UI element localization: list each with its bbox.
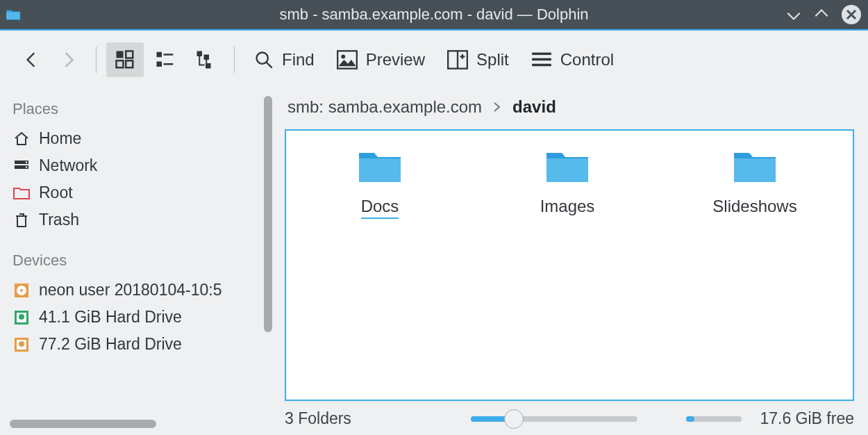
folder-icon bbox=[358, 147, 402, 188]
toolbar: Find Preview Split Control bbox=[0, 31, 868, 89]
svg-rect-9 bbox=[164, 63, 174, 65]
preview-button[interactable]: Preview bbox=[327, 42, 435, 77]
sidebar-item-device[interactable]: neon user 20180104-10:5 bbox=[0, 277, 264, 304]
window-controls bbox=[785, 3, 862, 26]
breadcrumb-current[interactable]: david bbox=[512, 97, 556, 117]
sidebar-item-root[interactable]: Root bbox=[0, 179, 264, 206]
folder-item[interactable]: Docs bbox=[328, 147, 432, 219]
window-title: smb - samba.example.com - david — Dolphi… bbox=[0, 6, 868, 24]
find-label: Find bbox=[282, 50, 315, 69]
svg-line-14 bbox=[267, 63, 272, 68]
maximize-icon[interactable] bbox=[812, 6, 831, 24]
sidebar-item-label: 41.1 GiB Hard Drive bbox=[39, 308, 182, 327]
svg-rect-37 bbox=[359, 158, 401, 182]
close-icon[interactable] bbox=[840, 3, 862, 26]
control-button[interactable]: Control bbox=[521, 42, 624, 77]
sidebar-item-label: Trash bbox=[39, 211, 79, 229]
sidebar-item-home[interactable]: Home bbox=[0, 125, 264, 152]
split-button[interactable]: Split bbox=[437, 42, 519, 77]
svg-rect-2 bbox=[117, 51, 124, 58]
breadcrumb-segment[interactable]: smb: samba.example.com bbox=[287, 97, 482, 117]
svg-rect-23 bbox=[532, 64, 551, 66]
svg-rect-21 bbox=[532, 53, 551, 55]
sidebar-item-label: neon user 20180104-10:5 bbox=[39, 281, 222, 299]
svg-point-27 bbox=[26, 166, 28, 168]
svg-rect-10 bbox=[197, 51, 203, 57]
svg-point-30 bbox=[20, 289, 23, 292]
folder-icon bbox=[545, 147, 590, 188]
title-bar: smb - samba.example.com - david — Dolphi… bbox=[0, 0, 868, 31]
svg-rect-4 bbox=[117, 60, 124, 67]
breadcrumb[interactable]: smb: samba.example.com david bbox=[285, 95, 854, 129]
svg-point-36 bbox=[19, 341, 24, 347]
root-folder-icon bbox=[12, 184, 31, 202]
minimize-icon[interactable] bbox=[785, 6, 803, 24]
free-space-indicator bbox=[686, 416, 742, 422]
folder-label: Images bbox=[540, 195, 595, 218]
svg-rect-6 bbox=[157, 52, 162, 58]
folder-item[interactable]: Slideshows bbox=[703, 147, 807, 218]
svg-rect-8 bbox=[157, 62, 162, 67]
split-label: Split bbox=[476, 50, 509, 69]
devices-heading: Devices bbox=[0, 246, 264, 277]
control-label: Control bbox=[560, 50, 614, 69]
trash-icon bbox=[12, 211, 31, 229]
svg-rect-39 bbox=[734, 158, 776, 182]
svg-rect-5 bbox=[126, 60, 133, 67]
folder-label: Slideshows bbox=[712, 195, 796, 218]
folder-label: Docs bbox=[361, 195, 399, 219]
forward-button[interactable] bbox=[51, 42, 86, 77]
sidebar-item-device[interactable]: 41.1 GiB Hard Drive bbox=[0, 304, 264, 331]
sidebar-item-label: Network bbox=[39, 156, 97, 175]
zoom-slider[interactable] bbox=[471, 416, 637, 422]
vertical-scrollbar[interactable] bbox=[264, 89, 272, 435]
folder-item[interactable]: Images bbox=[515, 147, 619, 218]
folder-count: 3 Folders bbox=[285, 409, 351, 428]
toolbar-divider bbox=[234, 47, 235, 73]
sidebar-item-network[interactable]: Network bbox=[0, 152, 264, 179]
places-panel: Places Home Network Root bbox=[0, 89, 264, 435]
file-view[interactable]: Docs Images Slideshows bbox=[285, 129, 854, 401]
sidebar-item-label: Root bbox=[39, 183, 73, 202]
svg-point-16 bbox=[341, 55, 345, 59]
hard-drive-icon bbox=[12, 309, 31, 327]
sidebar-item-label: Home bbox=[39, 129, 81, 148]
svg-rect-0 bbox=[6, 12, 20, 19]
app-folder-icon bbox=[6, 8, 21, 21]
svg-point-33 bbox=[19, 314, 24, 320]
svg-rect-38 bbox=[546, 158, 588, 182]
main-pane: smb: samba.example.com david Docs Images bbox=[272, 89, 868, 435]
svg-point-26 bbox=[26, 161, 28, 163]
details-view-button[interactable] bbox=[187, 42, 224, 77]
svg-rect-22 bbox=[532, 58, 551, 60]
folder-icon bbox=[733, 147, 777, 188]
svg-rect-7 bbox=[164, 54, 174, 56]
home-icon bbox=[12, 130, 31, 148]
chevron-right-icon bbox=[492, 97, 503, 117]
preview-label: Preview bbox=[366, 50, 425, 69]
find-button[interactable]: Find bbox=[244, 42, 324, 77]
sidebar-horizontal-scrollbar[interactable] bbox=[10, 420, 254, 428]
svg-rect-3 bbox=[126, 51, 133, 58]
free-space-label: 17.6 GiB free bbox=[760, 409, 854, 428]
sidebar-item-label: 77.2 GiB Hard Drive bbox=[39, 335, 182, 354]
network-icon bbox=[12, 157, 31, 175]
sidebar-item-trash[interactable]: Trash bbox=[0, 206, 264, 233]
places-heading: Places bbox=[0, 95, 264, 125]
svg-point-13 bbox=[257, 53, 268, 64]
sidebar-item-device[interactable]: 77.2 GiB Hard Drive bbox=[0, 331, 264, 358]
hard-drive-icon bbox=[12, 336, 31, 354]
svg-rect-11 bbox=[204, 55, 210, 60]
toolbar-divider bbox=[96, 47, 97, 73]
optical-disc-icon bbox=[12, 281, 31, 299]
icon-view-button[interactable] bbox=[106, 42, 144, 77]
compact-view-button[interactable] bbox=[147, 42, 184, 77]
back-button[interactable] bbox=[14, 42, 49, 77]
status-bar: 3 Folders 17.6 GiB free bbox=[285, 401, 854, 428]
